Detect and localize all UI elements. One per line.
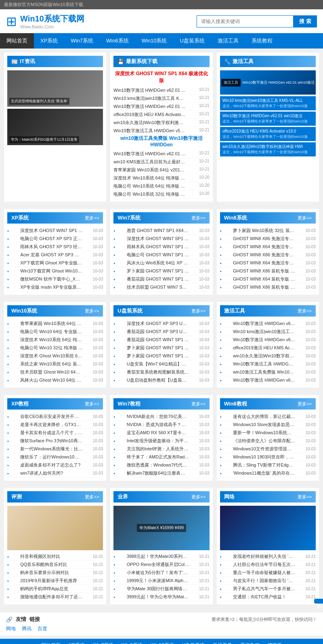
list-item-link[interactable]: 重点一等子由命疑被嫌疑人被罚！ <box>233 570 296 576</box>
list-item-link[interactable]: 罗卜家园 GHOST WIN7 SP1 X86 极速... <box>127 268 189 274</box>
list-item-link[interactable]: 技术员联盟 GHOST WIN7 SP1 X64 装... <box>127 284 189 290</box>
list-item-link[interactable]: Win10数字激活 HWIDGen v62.01 win10激活工具... <box>113 87 186 93</box>
hot-download-2[interactable]: win10激活工具免费版 Win10数字激活 HWIDGen <box>113 135 209 148</box>
list-item-link[interactable]: 蚂哟的手机哔哔App总览 <box>20 586 83 592</box>
nav-item-win8[interactable]: Win8系统 <box>100 33 135 49</box>
list-item-link[interactable]: 3999元起！华为公布华为Mate30系列全系参数 <box>127 594 189 600</box>
list-item-link[interactable]: 技术员联盟 Ghost Win10 64位 优化专... <box>20 369 83 375</box>
list-item-link[interactable]: QQ音乐和酷狗音乐对比 <box>20 562 83 568</box>
list-item-link[interactable]: 2019年9月最新绿手手机推荐 <box>20 578 83 584</box>
list-item-link[interactable]: 番茄花园 GHOST XP SP3 U盘装机正式版 <box>127 329 189 335</box>
nav-item-xp[interactable]: XP系统 <box>34 33 64 49</box>
list-item-link[interactable]: 《法特债券交入》公布限存配置：GTX... <box>233 438 296 444</box>
list-item-link[interactable]: 新一代Windows系统曝光：比Windows10... <box>20 446 83 452</box>
list-item-link[interactable]: XP专业版 msdn XP专业版原版iso镜像... <box>20 284 83 290</box>
act-item-link[interactable]: Win10数字激活 HWIDGen v62.01 win10激活 <box>222 113 313 119</box>
list-item-link[interactable]: 'Windows11概念版' 真的存在吗？先睹 <box>233 470 296 476</box>
list-item-link[interactable]: Win10数字激活 HWIDGen v62.01 win... <box>233 377 296 383</box>
list-item-link[interactable]: Win10 kms激活|win10激活工具 KMS-... <box>233 329 296 335</box>
list-item-link[interactable]: NVIDIA新走向：您前70亿美元众筹服务器 <box>127 414 189 420</box>
list-item-link[interactable]: 惠普 GHOST WIN7 SP1 X64 笔记本专... <box>127 228 189 234</box>
it-news-img1[interactable]: 玄武岩型锂电板被列入失信 '黑名单' <box>7 70 103 107</box>
list-item-link[interactable]: 雨林木风 GHOST XP SP3 经典旗舰版 V... <box>20 244 83 250</box>
list-item-link[interactable]: win10永久激活|Win10数字权利激活神器 HWIDGen ... <box>113 120 186 126</box>
list-item-link[interactable]: office2019激活 HEU KMS Activator v1... <box>233 345 296 351</box>
list-item-link[interactable]: GHOST WIN8 X86 装机专版 V2017... <box>233 268 296 274</box>
list-item-link[interactable]: Win10下载官网 Ghsot Win10专业版 6... <box>20 268 83 274</box>
list-item-link[interactable]: 风沐火山 Win8系统 64位 XP Win8 优化... <box>127 260 189 266</box>
reviews-more-link[interactable]: 更多>> <box>85 494 99 500</box>
footer-nav-win10[interactable]: Win10系统 <box>151 642 174 644</box>
list-item-link[interactable]: 关注我的Intel评测：人系统升级措施勒 <box>127 446 189 452</box>
list-item-link[interactable]: Windows10 1903问世在即，1809版本... <box>233 454 296 460</box>
list-item-link[interactable]: 蓝宝石AMD RX 560 XT显卡首发评测：... <box>127 430 189 436</box>
activation-banner-img[interactable]: 激活工具 Win10数字激活 HWIDGen v62.01 win10激活 <box>220 70 316 95</box>
list-item-link[interactable]: 萝卜家园 Win10系统 32位 装机版 V2019... <box>233 228 296 234</box>
list-item-link[interactable]: GHOST WIN8 X64 免激活专版 V201... <box>233 244 296 250</box>
list-item-link[interactable]: 电脑公司 Win10系统 32位 纯净版 V2019.09_Win10... <box>113 191 186 197</box>
list-item-link[interactable]: 搜随地通信配件多却不对了还怎么对比 <box>20 594 83 600</box>
list-item-link[interactable]: 人社部公布往法年节日每五次休息 <box>233 562 296 568</box>
list-item-link[interactable]: 微软Surface Pro 3为Win10再售新固件... <box>20 438 83 444</box>
list-item-link[interactable]: 微软MSDN 软件下载中心_XP专业版19... <box>20 276 83 282</box>
list-item-link[interactable]: Win10数字激活工具 HWIDGen v51.15... <box>233 361 296 367</box>
list-item-link[interactable]: NVIDIA：悉成为游戏高手？从电脑配置 <box>127 422 189 428</box>
list-item-link[interactable]: 深度技术 GHOST WIN7 SP1 X64 极速... <box>20 228 83 234</box>
network-img[interactable] <box>220 506 316 550</box>
win8-tutorial-more-link[interactable]: 更多>> <box>298 401 312 407</box>
list-item-link[interactable]: 萝卜家园 GHOST WIN7 SP1 X64 U盘... <box>127 353 189 359</box>
list-item-link[interactable]: 男子私点共气汽车一个多月被批准 <box>233 586 296 592</box>
list-item-link[interactable]: Win10 kms激活|win10激活工具 KMS-VL-ALL 7.0 <box>113 95 186 101</box>
footer-nav-tutorial[interactable]: 系统教程 <box>240 642 260 644</box>
list-item-link[interactable]: 电脑公司 Win10系统 64位 纯净版 V2019.09_Win10... <box>113 183 186 189</box>
list-item-link[interactable]: U盘安装【Win7 64位精品】Ghost Win... <box>127 361 189 367</box>
nav-item-win7[interactable]: Win7系统 <box>64 33 100 49</box>
list-item-link[interactable]: 番茄花园 GHOST WIN7 SP1 X64 装机... <box>127 276 189 282</box>
list-item-link[interactable]: 发现老咋好帅就被列入失信 '黑名单' <box>233 553 296 560</box>
friend-link-item[interactable]: 网地 <box>6 625 16 632</box>
act-item-link[interactable]: office2019激活 HEU KMS Activator v19.0 <box>222 129 313 134</box>
list-item-link[interactable]: 解决win7旗舰版64位注册表器地址记录... <box>127 470 189 476</box>
list-item-link[interactable]: 电脑公司 Win10 32位 纯净版 V2019 <box>20 345 83 351</box>
list-item-link[interactable]: Intel发现升级硬盘驱动：为平月上线! <box>127 438 189 444</box>
list-item-link[interactable]: 深度技术 GHOST XP SP3 U盘装机优化版 <box>127 321 189 327</box>
list-item-link[interactable]: 电脑公司 Win10 64位 专业版系统 V2019 <box>20 329 83 335</box>
list-item-link[interactable]: GHOST WIN8 X64 免激活专版 V201... <box>233 260 296 266</box>
search-input[interactable] <box>197 15 294 27</box>
list-item-link[interactable]: office2019激活 HEU KMS Activator v19.0 win… <box>113 112 186 118</box>
list-item-link[interactable]: 深度技术 Win10系统 64位 纯净版 V2019 <box>20 337 83 343</box>
list-item-link[interactable]: win10激活工具免费版 Win10数字激活 H... <box>233 369 296 375</box>
list-item-link[interactable]: 雨林木风 GHOST WIN7 SP1 X86 经典... <box>127 244 189 250</box>
search-button[interactable]: 搜 索 <box>294 15 317 27</box>
list-item-link[interactable]: 微软乐了：运行Windows10的PC设备超... <box>20 454 83 460</box>
list-item-link[interactable]: Win10数字激活工具 HWIDGen v51.15 中文版（完... <box>113 128 186 134</box>
win7-more-link[interactable]: 更多>> <box>191 215 206 221</box>
list-item-link[interactable]: 谷歌CEO表示安桌开发并不是对抗苹果 <box>20 414 83 420</box>
list-item-link[interactable]: 3988元起！华为Mate30系列国行版售价锚定 <box>127 553 189 560</box>
list-item-link[interactable]: 系统之家 Win10系统 64位 装机版 V2019 <box>20 361 83 367</box>
xp-more-link[interactable]: 更多>> <box>85 215 99 221</box>
list-item-link[interactable]: Win10数字激活 HWIDGen v62.01 win... <box>233 337 296 343</box>
list-item-link[interactable]: XP下载官网 Ghsot XP专业版 64位 专业版... <box>20 260 83 266</box>
list-item-link[interactable]: Win10数字激活 HWIDGen v62.01 win10激活工具... <box>113 103 186 110</box>
list-item-link[interactable]: 电脑公司 GHOST WIN7 SP1 X86 正式... <box>127 252 189 258</box>
list-item-link[interactable]: U盘启动盘制作教程【U盘装系统图解教程... <box>127 377 189 383</box>
list-item-link[interactable]: 小米被迫为5分割了！发布了'Pro版' <box>127 570 189 576</box>
act-item-link[interactable]: win10永久激活|Win10数字权利激活神器 HWI <box>222 144 313 150</box>
list-item-link[interactable]: 腾讯：Sling TV新增了对Edge浏览器的支... <box>233 462 296 468</box>
list-item-link[interactable]: 重新一带！Windows10系统或许兼容旧主机 <box>233 430 296 436</box>
xp-tutorial-more-link[interactable]: 更多>> <box>85 401 99 407</box>
industry-img[interactable]: 华为MateX ¥16999 ¥499 <box>113 506 209 550</box>
list-item-link[interactable]: 番茄花园 GHOST WIN7 SP1 X64 U盘... <box>127 337 189 343</box>
wechat-float-button[interactable]: 微信 <box>314 599 323 604</box>
list-item-link[interactable]: 终于来了：AMD正式发布Radeon Rays... <box>127 454 189 460</box>
list-item-link[interactable]: 深度技术 Win10系统 64位 纯净版 V2019.09_Win10... <box>113 175 186 181</box>
footer-nav-win8[interactable]: Win8系统 <box>122 642 142 644</box>
list-item-link[interactable]: 老显卡再次迎来降价，GTX1070T部分已 <box>20 422 83 428</box>
list-item-link[interactable]: GHOST WIN8 X86 装机专版 V2019... <box>233 284 296 290</box>
list-item-link[interactable]: 萝卜家园 GHOST WIN7 SP1 X64 U盘... <box>127 345 189 351</box>
list-item-link[interactable]: GHOST WIN8 X86 免激活专版 V201... <box>233 252 296 258</box>
activation-more-link[interactable]: 更多>> <box>298 308 312 314</box>
list-item-link[interactable]: Acer 宏基 GHOST XP SP3 笔记本通用... <box>20 252 83 258</box>
list-item-link[interactable]: 蚂米音乐赛算分示例对比 <box>20 570 83 576</box>
